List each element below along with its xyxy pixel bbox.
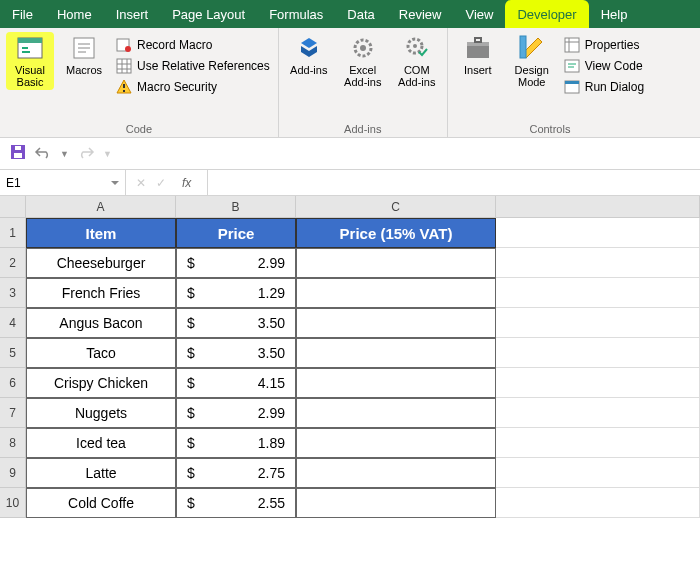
cell-vat[interactable] xyxy=(296,278,496,308)
row-7[interactable]: 7 xyxy=(0,398,26,428)
cell-vat[interactable] xyxy=(296,488,496,518)
record-macro-button[interactable]: Record Macro xyxy=(114,36,272,54)
cell-price[interactable]: $3.50 xyxy=(176,308,296,338)
save-button[interactable] xyxy=(10,144,26,163)
quick-access-toolbar: ▼ ▼ xyxy=(0,138,700,170)
fx-icon[interactable]: fx xyxy=(176,176,197,190)
cell-price[interactable]: $2.99 xyxy=(176,248,296,278)
cell-vat[interactable] xyxy=(296,458,496,488)
tab-help[interactable]: Help xyxy=(589,0,640,28)
header-item[interactable]: Item xyxy=(26,218,176,248)
cell-price[interactable]: $3.50 xyxy=(176,338,296,368)
cell-vat[interactable] xyxy=(296,248,496,278)
macros-icon xyxy=(70,34,98,62)
cell-item[interactable]: Taco xyxy=(26,338,176,368)
col-B[interactable]: B xyxy=(176,196,296,218)
tab-view[interactable]: View xyxy=(453,0,505,28)
cell-vat[interactable] xyxy=(296,338,496,368)
row-1[interactable]: 1 xyxy=(0,218,26,248)
tab-review[interactable]: Review xyxy=(387,0,454,28)
name-box[interactable]: E1 xyxy=(0,170,126,195)
cell-price[interactable]: $2.75 xyxy=(176,458,296,488)
warning-icon xyxy=(116,79,132,95)
run-dialog-button[interactable]: Run Dialog xyxy=(562,78,646,96)
cell-vat[interactable] xyxy=(296,398,496,428)
redo-dropdown[interactable]: ▼ xyxy=(103,149,112,159)
cell-price[interactable]: $1.29 xyxy=(176,278,296,308)
row-8[interactable]: 8 xyxy=(0,428,26,458)
cell-blank[interactable] xyxy=(496,218,700,248)
tab-page-layout[interactable]: Page Layout xyxy=(160,0,257,28)
col-blank[interactable] xyxy=(496,196,700,218)
cell-blank[interactable] xyxy=(496,398,700,428)
row-5[interactable]: 5 xyxy=(0,338,26,368)
redo-button[interactable] xyxy=(77,144,95,163)
cell-blank[interactable] xyxy=(496,248,700,278)
addins-button[interactable]: Add-ins xyxy=(285,32,333,78)
col-A[interactable]: A xyxy=(26,196,176,218)
svg-rect-6 xyxy=(123,84,125,88)
formula-input[interactable] xyxy=(208,170,700,195)
row-10[interactable]: 10 xyxy=(0,488,26,518)
cell-item[interactable]: Cold Coffe xyxy=(26,488,176,518)
cell-item[interactable]: French Fries xyxy=(26,278,176,308)
cell-item[interactable]: Nuggets xyxy=(26,398,176,428)
cell-price[interactable]: $2.99 xyxy=(176,398,296,428)
com-addins-button[interactable]: COM Add-ins xyxy=(393,32,441,90)
cell-item[interactable]: Cheeseburger xyxy=(26,248,176,278)
row-9[interactable]: 9 xyxy=(0,458,26,488)
cell-vat[interactable] xyxy=(296,308,496,338)
cell-price[interactable]: $1.89 xyxy=(176,428,296,458)
cell-item[interactable]: Crispy Chicken xyxy=(26,368,176,398)
view-code-button[interactable]: View Code xyxy=(562,57,646,75)
svg-rect-1 xyxy=(18,38,42,43)
header-vat[interactable]: Price (15% VAT) xyxy=(296,218,496,248)
cell-blank[interactable] xyxy=(496,338,700,368)
tab-developer[interactable]: Developer xyxy=(505,0,588,28)
excel-addins-button[interactable]: Excel Add-ins xyxy=(339,32,387,90)
header-price[interactable]: Price xyxy=(176,218,296,248)
svg-rect-21 xyxy=(14,153,22,158)
col-C[interactable]: C xyxy=(296,196,496,218)
cell-blank[interactable] xyxy=(496,488,700,518)
svg-point-4 xyxy=(125,46,131,52)
row-2[interactable]: 2 xyxy=(0,248,26,278)
properties-button[interactable]: Properties xyxy=(562,36,646,54)
insert-control-button[interactable]: Insert xyxy=(454,32,502,78)
row-3[interactable]: 3 xyxy=(0,278,26,308)
cell-item[interactable]: Latte xyxy=(26,458,176,488)
undo-button[interactable] xyxy=(34,144,52,163)
tab-file[interactable]: File xyxy=(0,0,45,28)
tab-data[interactable]: Data xyxy=(335,0,386,28)
cell-item[interactable]: Angus Bacon xyxy=(26,308,176,338)
design-mode-button[interactable]: Design Mode xyxy=(508,32,556,90)
svg-rect-22 xyxy=(15,146,21,150)
macro-security-button[interactable]: Macro Security xyxy=(114,78,272,96)
enter-icon[interactable]: ✓ xyxy=(156,176,166,190)
svg-rect-12 xyxy=(467,46,489,58)
select-all-corner[interactable] xyxy=(0,196,26,218)
cell-vat[interactable] xyxy=(296,368,496,398)
cancel-icon[interactable]: ✕ xyxy=(136,176,146,190)
cell-blank[interactable] xyxy=(496,278,700,308)
cell-blank[interactable] xyxy=(496,428,700,458)
cell-blank[interactable] xyxy=(496,368,700,398)
visual-basic-button[interactable]: Visual Basic xyxy=(6,32,54,90)
cell-item[interactable]: Iced tea xyxy=(26,428,176,458)
tab-formulas[interactable]: Formulas xyxy=(257,0,335,28)
row-4[interactable]: 4 xyxy=(0,308,26,338)
svg-rect-7 xyxy=(123,90,125,92)
cell-blank[interactable] xyxy=(496,308,700,338)
cell-price[interactable]: $4.15 xyxy=(176,368,296,398)
tab-home[interactable]: Home xyxy=(45,0,104,28)
undo-dropdown[interactable]: ▼ xyxy=(60,149,69,159)
use-relative-button[interactable]: Use Relative References xyxy=(114,57,272,75)
row-6[interactable]: 6 xyxy=(0,368,26,398)
cell-vat[interactable] xyxy=(296,428,496,458)
tab-insert[interactable]: Insert xyxy=(104,0,161,28)
cell-price[interactable]: $2.55 xyxy=(176,488,296,518)
macro-security-label: Macro Security xyxy=(137,80,217,94)
cell-blank[interactable] xyxy=(496,458,700,488)
macros-button[interactable]: Macros xyxy=(60,32,108,78)
spreadsheet-grid[interactable]: A B C 1 Item Price Price (15% VAT) 2Chee… xyxy=(0,196,700,518)
